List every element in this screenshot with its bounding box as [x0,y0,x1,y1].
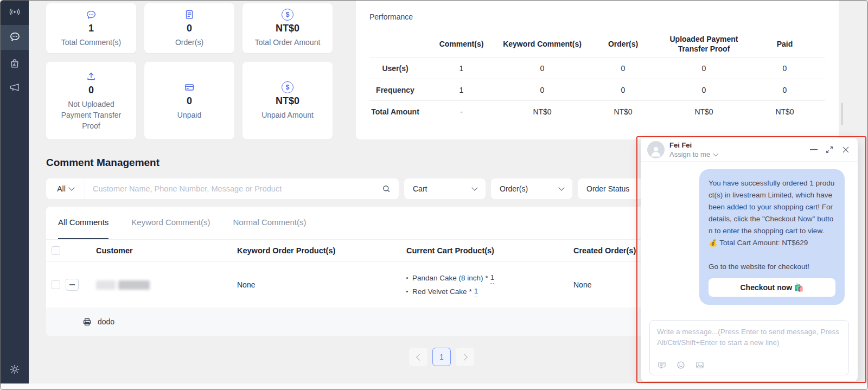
assign-dropdown[interactable]: Assign to me [669,150,810,158]
expand-icon [825,145,834,154]
chat-header-actions [810,145,850,154]
col-current-cart-products: Current Cart Product(s) [406,246,573,255]
tab-normal-comments[interactable]: Normal Comment(s) [233,218,306,239]
chevron-left-icon [416,354,423,361]
tab-keyword-comments[interactable]: Keyword Comment(s) [131,218,210,239]
search-icon[interactable] [381,184,391,194]
col-created-orders: Created Order(s) [573,246,646,255]
megaphone-icon [9,81,21,95]
assign-label: Assign to me [669,150,710,158]
filter-label: Order(s) [500,184,528,193]
chat-message-footer: Go to the website for checkout! [709,261,835,273]
perf-col-header: Keyword Comment(s) [502,31,583,57]
chat-user-name: Fei Fei [669,141,810,149]
sidebar-item-products[interactable] [1,53,29,76]
stat-value: 1 [88,23,94,34]
stat-card-unpaid-amount: NT$0 Unpaid Amount [242,62,333,139]
perf-col-header: Uploaded Payment Transfer Proof [663,31,744,57]
perf-row-label: Frequency [369,79,421,100]
checkout-now-button[interactable]: Checkout now 🛍️ [709,278,835,297]
chat-widget-highlight-border: Fei Fei Assign to me [636,136,866,383]
page-number-button[interactable]: 1 [432,348,451,366]
perf-col-header: Order(s) [583,31,663,57]
tabs: All Comments Keyword Comment(s) Normal C… [46,207,646,239]
search-scope-dropdown[interactable]: All [46,178,85,199]
perf-cell: 0 [744,57,825,79]
perf-cell: 0 [663,57,744,79]
sidebar-item-settings[interactable] [1,359,29,382]
stat-card-not-uploaded-proof: 0 Not Uploaded Payment Transfer Proof [46,62,136,139]
chat-input-box [649,320,849,375]
minimize-button[interactable] [810,149,818,150]
customer-name-redacted [96,280,237,290]
emoji-icon[interactable] [676,360,686,370]
stat-card-orders: 0 Order(s) [144,3,234,53]
printer-icon[interactable] [82,317,92,327]
select-all-checkbox[interactable] [52,246,60,255]
expand-button[interactable] [825,145,834,154]
row-checkbox[interactable] [52,280,60,289]
cell-current-cart-products: Pandan Cake (8 inch) * 1 Red Velvet Cake… [406,272,573,297]
close-button[interactable] [841,145,850,154]
perf-cell: 0 [502,57,583,79]
chat-widget: Fei Fei Assign to me [641,138,858,381]
perf-cell: NT$0 [583,100,663,122]
stat-value: NT$0 [276,23,299,34]
table-header-row: Customer Keyword Order Product(s) Curren… [46,239,646,262]
sidebar [1,1,29,383]
filter-label: Order Status [586,184,629,193]
avatar [647,141,665,158]
stat-card-unpaid: 0 Unpaid [144,62,234,139]
dollar-circle-icon [282,8,293,21]
stat-label: Order(s) [175,37,203,48]
filter-cart[interactable]: Cart [404,178,486,199]
filter-orders[interactable]: Order(s) [491,178,572,199]
chevron-down-icon [558,184,564,190]
col-keyword-order-products: Keyword Order Product(s) [237,246,406,255]
qty-separator: * [469,286,472,297]
scrollbar-thumb[interactable] [841,103,843,125]
collapse-row-button[interactable] [66,279,79,291]
pagination: 1 [409,348,474,366]
chat-input-toolbar [657,360,705,370]
chat-header: Fei Fei Assign to me [641,138,858,162]
table-row: None Pandan Cake (8 inch) * 1 Red Velvet… [46,262,646,308]
comment-text-row: dodo [46,308,646,336]
filter-label: Cart [413,184,427,193]
cell-created-orders: None [573,280,646,289]
cart-product-qty[interactable]: 1 [490,272,495,284]
perf-cell: 0 [744,79,825,100]
search-scope-value: All [57,184,66,193]
perf-cell: NT$0 [502,100,583,122]
tab-all-comments[interactable]: All Comments [58,218,108,239]
sidebar-item-marketing[interactable] [1,76,29,100]
sidebar-item-livestream[interactable] [1,1,29,25]
perf-row-label: Total Amount [369,100,421,122]
stat-label: Unpaid [177,110,201,120]
image-upload-icon[interactable] [695,360,705,370]
stats-cards: 1 Total Comment(s) 0 Order(s) NT$0 Total… [46,3,333,139]
bullet-icon [406,277,408,279]
message-input[interactable] [650,321,848,354]
next-page-button[interactable] [456,348,474,366]
canned-response-icon[interactable] [657,360,667,370]
sidebar-item-comments[interactable] [1,25,29,50]
search-input[interactable] [85,184,381,193]
col-customer: Customer [96,246,237,255]
cart-product-item: Pandan Cake (8 inch) * 1 [406,272,573,284]
prev-page-button[interactable] [409,348,427,366]
stat-value: NT$0 [276,95,299,107]
stat-value: 0 [187,23,192,34]
page-title: Comment Management [46,157,159,169]
comments-panel: All Comments Keyword Comment(s) Normal C… [46,207,646,336]
stat-card-total-comments: 1 Total Comment(s) [46,3,136,53]
perf-cell: 0 [583,79,663,100]
cart-product-item: Red Velvet Cake * 1 [406,286,573,297]
minimize-icon [810,149,818,150]
performance-title: Performance [369,12,825,21]
perf-cell: 1 [421,79,502,100]
cart-product-qty[interactable]: 1 [474,286,478,297]
chat-message-body: You have successfully ordered 1 product(… [709,177,835,237]
credit-card-icon [183,81,195,94]
stat-label: Not Uploaded Payment Transfer Proof [53,99,130,132]
